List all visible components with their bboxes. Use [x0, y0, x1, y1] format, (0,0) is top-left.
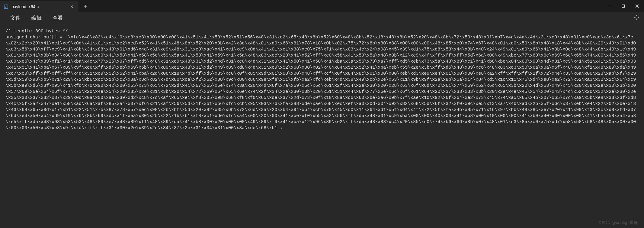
close-button[interactable]	[630, 0, 644, 12]
file-icon	[4, 4, 8, 9]
svg-point-8	[636, 17, 637, 18]
tab-active[interactable]: payload_x64.c ✕	[0, 1, 78, 13]
add-tab-button[interactable]: ＋	[78, 0, 92, 12]
titlebar: payload_x64.c ✕ ＋	[0, 0, 644, 12]
tab-title: payload_x64.c	[11, 4, 39, 9]
tab-close-button[interactable]: ✕	[69, 4, 75, 10]
editor-content[interactable]: /* length: 890 bytes */ unsigned char bu…	[0, 24, 644, 135]
maximize-button[interactable]	[616, 0, 630, 12]
minimize-button[interactable]	[602, 0, 616, 12]
menu-edit[interactable]: 编辑	[26, 13, 47, 23]
settings-button[interactable]	[634, 15, 639, 21]
menu-view[interactable]: 查看	[47, 13, 68, 23]
watermark: CSDN @config_星辰	[598, 220, 638, 226]
tabs-container: payload_x64.c ✕ ＋	[0, 0, 92, 12]
window-controls	[602, 0, 644, 12]
menu-file[interactable]: 文件	[5, 13, 26, 23]
svg-rect-5	[622, 5, 625, 8]
menubar: 文件 编辑 查看	[0, 12, 644, 24]
